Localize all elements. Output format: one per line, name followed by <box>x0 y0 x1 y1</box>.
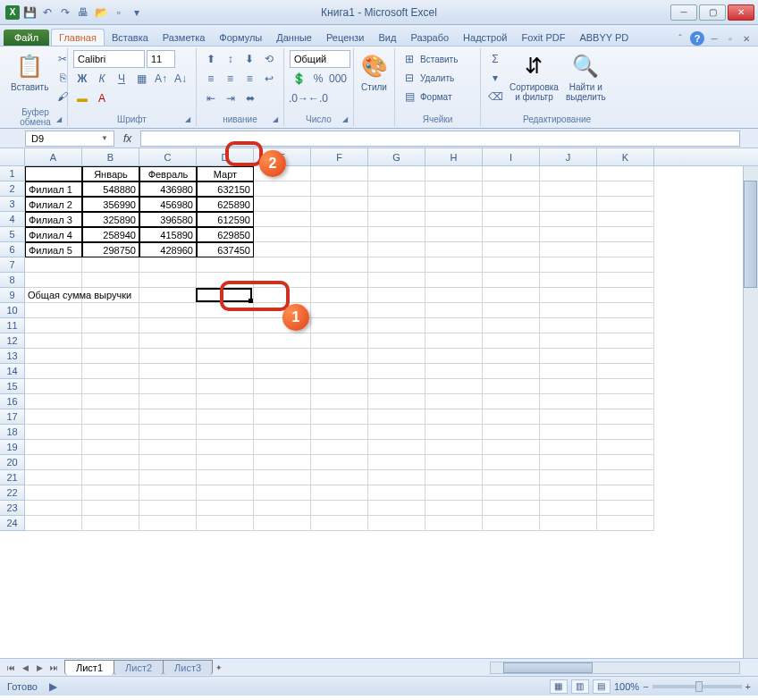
border-icon[interactable]: ▦ <box>132 70 150 88</box>
zoom-slider[interactable] <box>653 685 742 688</box>
cell[interactable] <box>540 318 597 333</box>
cell[interactable]: 612590 <box>197 212 254 227</box>
cell[interactable] <box>254 318 311 333</box>
cell[interactable] <box>311 455 368 470</box>
cell[interactable] <box>139 440 197 455</box>
cell[interactable] <box>311 364 368 379</box>
cell[interactable] <box>197 516 254 531</box>
cell[interactable] <box>82 333 139 349</box>
cell[interactable] <box>197 425 254 440</box>
cell[interactable] <box>139 364 197 379</box>
cell[interactable] <box>139 257 197 273</box>
cell[interactable] <box>368 303 425 318</box>
cell[interactable] <box>82 349 139 364</box>
cell[interactable] <box>540 440 597 455</box>
cell[interactable] <box>483 349 540 364</box>
row-header[interactable]: 8 <box>0 273 25 288</box>
cell[interactable] <box>540 516 597 531</box>
qat-save-icon[interactable]: 💾 <box>21 4 38 21</box>
sheet-nav-prev-icon[interactable]: ◀ <box>18 661 32 675</box>
close-button[interactable]: ✕ <box>728 4 754 21</box>
cell[interactable] <box>139 394 197 409</box>
cell[interactable] <box>425 257 483 273</box>
cell[interactable] <box>254 409 311 425</box>
cell[interactable] <box>540 364 597 379</box>
cell[interactable] <box>82 364 139 379</box>
cell[interactable] <box>597 257 654 273</box>
cell[interactable]: Февраль <box>139 166 197 181</box>
cell[interactable] <box>25 303 82 318</box>
cell[interactable] <box>197 501 254 516</box>
cell[interactable] <box>197 470 254 485</box>
cell[interactable] <box>597 197 654 212</box>
cell[interactable] <box>254 455 311 470</box>
cell[interactable]: Филиал 1 <box>25 181 82 197</box>
cell[interactable] <box>597 425 654 440</box>
cell[interactable] <box>483 409 540 425</box>
cell[interactable] <box>597 166 654 181</box>
cell[interactable] <box>597 394 654 409</box>
cell[interactable] <box>254 227 311 242</box>
cell[interactable] <box>425 333 483 349</box>
cell[interactable] <box>597 501 654 516</box>
col-header[interactable]: I <box>483 148 540 165</box>
cell[interactable] <box>483 333 540 349</box>
cell[interactable] <box>254 212 311 227</box>
cell[interactable] <box>197 409 254 425</box>
cell[interactable] <box>425 440 483 455</box>
cell[interactable] <box>483 440 540 455</box>
cell[interactable] <box>254 394 311 409</box>
tab-addins[interactable]: Надстрой <box>456 30 514 46</box>
tab-review[interactable]: Рецензи <box>319 30 372 46</box>
cell[interactable] <box>82 379 139 394</box>
cell[interactable] <box>597 227 654 242</box>
grow-font-icon[interactable]: A↑ <box>152 70 170 88</box>
cell[interactable] <box>597 242 654 257</box>
cell[interactable] <box>368 288 425 303</box>
cell[interactable] <box>197 257 254 273</box>
cell[interactable] <box>425 288 483 303</box>
cell[interactable] <box>425 303 483 318</box>
cell[interactable] <box>368 273 425 288</box>
cell[interactable] <box>139 516 197 531</box>
cell[interactable] <box>368 516 425 531</box>
cell[interactable] <box>425 227 483 242</box>
cell[interactable] <box>25 349 82 364</box>
cell[interactable] <box>311 197 368 212</box>
row-header[interactable]: 6 <box>0 242 25 257</box>
row-header[interactable]: 12 <box>0 333 25 349</box>
tab-foxit[interactable]: Foxit PDF <box>515 30 573 46</box>
cell[interactable] <box>254 197 311 212</box>
cell[interactable] <box>25 318 82 333</box>
cell[interactable] <box>540 273 597 288</box>
cell[interactable] <box>540 227 597 242</box>
cell[interactable] <box>139 318 197 333</box>
cell[interactable] <box>197 288 254 303</box>
col-header[interactable]: J <box>540 148 597 165</box>
cell[interactable] <box>254 166 311 181</box>
bold-icon[interactable]: Ж <box>73 70 91 88</box>
cell[interactable] <box>368 379 425 394</box>
row-header[interactable]: 21 <box>0 470 25 485</box>
cell[interactable]: Общая сумма выручки <box>25 288 82 303</box>
macro-record-icon[interactable]: ▶ <box>45 678 63 696</box>
percent-icon[interactable]: % <box>309 70 327 88</box>
tab-developer[interactable]: Разрабо <box>403 30 456 46</box>
cell[interactable] <box>197 455 254 470</box>
col-header[interactable]: D <box>197 148 254 165</box>
cell[interactable] <box>82 273 139 288</box>
cell[interactable] <box>425 197 483 212</box>
cell[interactable] <box>597 318 654 333</box>
cell[interactable] <box>254 364 311 379</box>
cell[interactable] <box>425 516 483 531</box>
cell[interactable] <box>311 349 368 364</box>
cell[interactable] <box>483 181 540 197</box>
cell[interactable] <box>25 166 82 181</box>
cell[interactable] <box>311 181 368 197</box>
row-header[interactable]: 16 <box>0 394 25 409</box>
cell[interactable] <box>197 364 254 379</box>
cell[interactable] <box>82 303 139 318</box>
cell[interactable] <box>540 257 597 273</box>
col-header[interactable]: G <box>368 148 425 165</box>
sheet-nav-last-icon[interactable]: ⏭ <box>46 661 61 675</box>
